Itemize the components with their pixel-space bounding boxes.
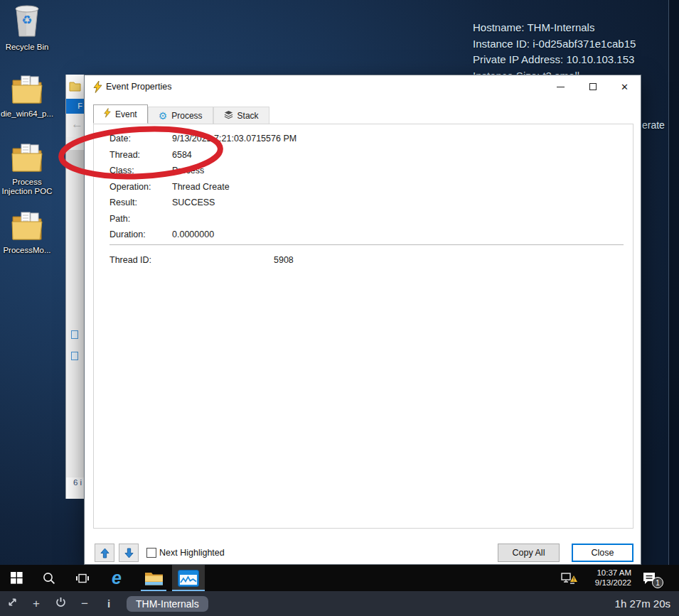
info-icon[interactable]: i — [97, 598, 121, 610]
lightning-bolt-icon — [93, 81, 102, 96]
file-explorer-taskbar-button[interactable] — [138, 565, 169, 591]
clock-time: 10:37 AM — [595, 568, 631, 578]
session-timer: 1h 27m 20s — [615, 598, 670, 610]
explorer-nav-pane — [66, 137, 85, 477]
maximize-button[interactable] — [577, 75, 609, 98]
field-value: 0.0000000 — [172, 229, 214, 239]
desktop-icon-recycle-bin[interactable]: ♻ Recycle Bin — [0, 4, 57, 52]
folder-icon — [9, 74, 45, 108]
next-event-button[interactable] — [119, 544, 139, 562]
process-monitor-icon — [178, 570, 199, 587]
network-status-button[interactable] — [556, 565, 583, 591]
desktop-icon-label: Recycle Bin — [0, 43, 57, 52]
field-row-operation: Operation:Thread Create — [109, 182, 230, 192]
field-row-path: Path: — [109, 214, 172, 224]
recycle-bin-icon: ♻ — [11, 4, 43, 41]
field-value: SUCCESS — [172, 198, 215, 207]
explorer-back-button[interactable]: ← — [66, 114, 85, 137]
folder-icon — [69, 80, 81, 92]
dialog-titlebar[interactable]: Event Properties ✕ — [85, 75, 641, 99]
field-row-result: Result:SUCCESS — [109, 198, 215, 207]
stack-layers-icon — [224, 110, 233, 121]
task-view-icon — [76, 573, 89, 584]
field-value: Thread Create — [172, 182, 230, 192]
internet-explorer-icon: e — [112, 569, 122, 587]
start-button[interactable] — [1, 565, 31, 591]
windows-logo-icon — [11, 572, 23, 584]
instance-id-text: Instance ID: i-0d25abf371e1cab15 — [473, 36, 636, 53]
notification-count-badge: 1 — [652, 577, 663, 588]
zoom-in-icon[interactable]: + — [24, 597, 48, 611]
desktop-icon-label: ProcessMo... — [0, 246, 57, 255]
dialog-tabs: Event ⚙ Process Stack — [93, 104, 269, 124]
zoom-out-icon[interactable]: − — [73, 597, 97, 611]
explorer-titlebar — [66, 75, 85, 99]
network-warning-icon — [561, 571, 578, 585]
task-view-button[interactable] — [68, 565, 97, 591]
separator-line — [109, 244, 624, 245]
explorer-tree-item-icon[interactable] — [71, 352, 78, 360]
copy-all-button[interactable]: Copy All — [498, 544, 560, 562]
clipped-desktop-text: erate — [642, 119, 665, 131]
desktop-icon-die-win64[interactable]: die_win64_p... — [0, 74, 57, 119]
field-value: Process — [172, 166, 204, 175]
resize-grip[interactable] — [632, 556, 638, 562]
internet-explorer-button[interactable]: e — [101, 565, 132, 591]
taskbar: e — [0, 565, 679, 591]
previous-event-button[interactable] — [95, 544, 114, 562]
taskbar-clock[interactable]: 10:37 AM 9/13/2022 — [595, 568, 631, 588]
clock-date: 9/13/2022 — [595, 578, 631, 588]
desktop: Hostname: THM-Internals Instance ID: i-0… — [0, 0, 679, 616]
file-explorer-window[interactable]: F ← 6 i — [65, 75, 85, 499]
close-icon[interactable]: ✕ — [609, 75, 641, 98]
event-properties-dialog: Event Properties ✕ Event ⚙ Process — [84, 75, 641, 565]
explorer-tree-item-icon[interactable] — [71, 330, 78, 339]
close-button[interactable]: Close — [572, 544, 633, 562]
power-icon[interactable] — [48, 597, 73, 611]
tab-process[interactable]: ⚙ Process — [148, 107, 213, 124]
process-monitor-taskbar-button[interactable] — [172, 565, 205, 591]
field-row-date: Date:9/13/2022 7:21:03.0715576 PM — [109, 134, 296, 144]
desktop-icon-process-injection-poc[interactable]: Process Injection POC — [0, 142, 57, 196]
folder-icon — [9, 142, 45, 176]
explorer-status-text: 6 i — [73, 478, 85, 487]
fullscreen-icon[interactable] — [0, 597, 24, 611]
hostname-text: Hostname: THM-Internals — [473, 20, 636, 36]
field-row-duration: Duration:0.0000000 — [109, 229, 214, 239]
desktop-icon-label: die_win64_p... — [0, 109, 57, 119]
tab-stack[interactable]: Stack — [213, 107, 269, 124]
private-ip-text: Private IP Address: 10.10.103.153 — [473, 52, 636, 68]
search-button[interactable] — [34, 565, 64, 591]
desktop-icon-label: Process Injection POC — [0, 178, 57, 196]
thread-id-label: Thread ID: — [109, 255, 151, 265]
field-row-thread: Thread:6584 — [109, 150, 192, 160]
svg-text:♻: ♻ — [21, 13, 32, 27]
tab-label: Stack — [237, 111, 259, 121]
next-highlighted-checkbox[interactable] — [146, 548, 156, 558]
tab-event[interactable]: Event — [93, 104, 148, 124]
down-arrow-icon — [124, 548, 134, 558]
machine-name-badge: THM-Internals — [127, 596, 208, 612]
tab-label: Event — [115, 109, 137, 119]
file-explorer-icon — [144, 571, 164, 586]
explorer-file-menu[interactable]: F — [66, 99, 85, 114]
tab-label: Process — [171, 111, 202, 121]
search-icon — [43, 572, 55, 585]
field-value: 6584 — [172, 150, 192, 160]
field-value: 9/13/2022 7:21:03.0715576 PM — [172, 134, 296, 144]
explorer-selected-row[interactable] — [66, 150, 85, 169]
background-window-edge — [668, 0, 679, 565]
thread-id-value: 5908 — [274, 255, 294, 265]
minimize-button[interactable] — [545, 75, 577, 98]
gear-icon: ⚙ — [159, 111, 168, 121]
up-arrow-icon — [100, 548, 109, 558]
dialog-title: Event Properties — [106, 82, 171, 92]
folder-icon — [9, 210, 45, 244]
remote-session-toolbar: + − i THM-Internals 1h 27m 20s — [0, 591, 679, 616]
desktop-icon-processmon[interactable]: ProcessMo... — [0, 210, 57, 255]
event-detail-panel: Date:9/13/2022 7:21:03.0715576 PM Thread… — [93, 124, 633, 529]
lightning-bolt-icon — [104, 108, 111, 120]
checkbox-label: Next Highlighted — [159, 548, 225, 558]
field-row-class: Class:Process — [109, 166, 204, 175]
